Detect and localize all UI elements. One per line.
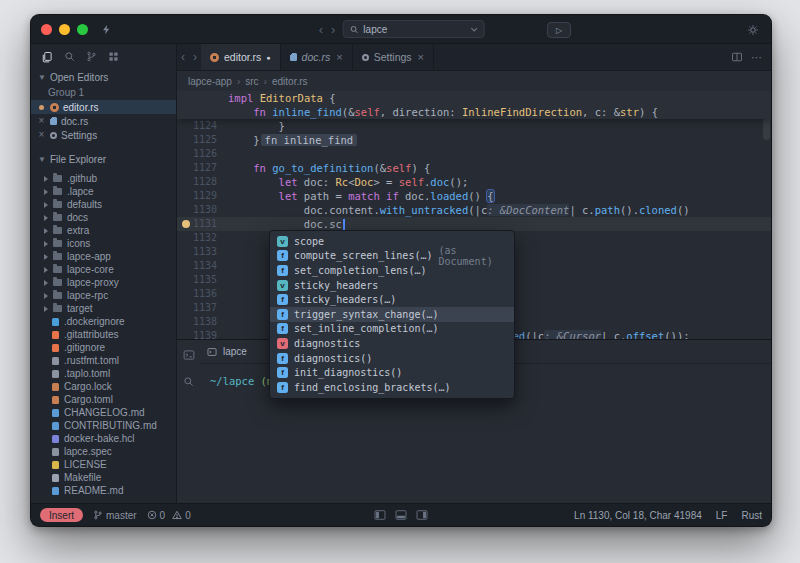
completion-kind-f-icon: f [277, 294, 288, 305]
tab-editor.rs[interactable]: editor.rs● [201, 44, 281, 70]
workspace-search-button[interactable]: lapce [342, 20, 484, 38]
search-panel-icon[interactable] [64, 51, 75, 62]
completion-item[interactable]: fsticky_headers(…) [270, 292, 514, 307]
terminal-panel-icon[interactable] [183, 349, 195, 361]
files-panel-icon[interactable] [41, 51, 53, 63]
explorer-folder-.github[interactable]: .github [31, 172, 176, 185]
explorer-folder-defaults[interactable]: defaults [31, 198, 176, 211]
breadcrumb-item-src[interactable]: src [245, 76, 258, 87]
explorer-folder-icons[interactable]: icons [31, 237, 176, 250]
language-mode[interactable]: Rust [741, 510, 762, 521]
explorer-file-.taplo.toml[interactable]: .taplo.toml [31, 367, 176, 380]
breadcrumb-item-editor.rs[interactable]: editor.rs [272, 76, 308, 87]
open-editors-header[interactable]: ▼ Open Editors [31, 69, 176, 86]
code-line-1130[interactable]: 1130 doc.content.with_untracked(|c: &Doc… [177, 203, 771, 217]
completion-item[interactable]: finit_diagnostics() [270, 365, 514, 380]
close-icon[interactable]: × [37, 130, 46, 140]
explorer-file-.gitattributes[interactable]: .gitattributes [31, 328, 176, 341]
file-name: docker-bake.hcl [64, 433, 135, 444]
completion-item[interactable]: vsticky_headers [270, 278, 514, 293]
branch-indicator[interactable]: master [93, 510, 137, 521]
close-window-button[interactable] [41, 24, 52, 35]
explorer-folder-target[interactable]: target [31, 302, 176, 315]
explorer-file-.dockerignore[interactable]: .dockerignore [31, 315, 176, 328]
settings-gear-icon[interactable] [744, 21, 762, 39]
toggle-bottom-panel-icon[interactable] [395, 510, 407, 520]
code-line-1127[interactable]: 1127 fn go_to_definition(&self) { [177, 161, 771, 175]
code-line-1128[interactable]: 1128 let doc: Rc<Doc> = self.doc(); [177, 175, 771, 189]
close-icon[interactable]: × [37, 116, 46, 126]
file-file-icon [50, 117, 57, 125]
toggle-left-panel-icon[interactable] [374, 510, 386, 520]
terminal-tab-label[interactable]: lapce [223, 346, 247, 357]
panel-search-icon[interactable] [183, 376, 194, 387]
explorer-file-lapce.spec[interactable]: lapce.spec [31, 445, 176, 458]
open-editor-item-doc.rs[interactable]: ×doc.rs [31, 114, 176, 128]
code-line-1124[interactable]: 1124 } [177, 119, 771, 133]
source-control-panel-icon[interactable] [86, 51, 97, 62]
explorer-folder-docs[interactable]: docs [31, 211, 176, 224]
open-editor-item-Settings[interactable]: ×Settings [31, 128, 176, 142]
file-name: docs [67, 212, 88, 223]
completion-label: trigger_syntax_change(…) [294, 309, 439, 320]
explorer-folder-.lapce[interactable]: .lapce [31, 185, 176, 198]
explorer-folder-lapce-rpc[interactable]: lapce-rpc [31, 289, 176, 302]
navigate-forward-button[interactable]: › [330, 23, 336, 36]
toggle-right-panel-icon[interactable] [416, 510, 428, 520]
split-editor-icon[interactable] [731, 51, 743, 63]
tab-forward-icon[interactable]: › [189, 44, 201, 70]
code-line-1131[interactable]: 1131 doc.sc [177, 217, 771, 231]
file-name: .lapce [67, 186, 94, 197]
explorer-file-.gitignore[interactable]: .gitignore [31, 341, 176, 354]
code-line-1125[interactable]: 1125 }fn inline_find [177, 133, 771, 147]
explorer-folder-lapce-core[interactable]: lapce-core [31, 263, 176, 276]
code-line-1126[interactable]: 1126 [177, 147, 771, 161]
file-explorer-header[interactable]: ▼ File Explorer [31, 151, 176, 168]
zoom-window-button[interactable] [77, 24, 88, 35]
explorer-file-CONTRIBUTING.md[interactable]: CONTRIBUTING.md [31, 419, 176, 432]
completion-item[interactable]: fdiagnostics() [270, 351, 514, 366]
sticky-code-line[interactable]: fn inline_find(&self, direction: InlineF… [177, 105, 771, 119]
completion-kind-f-icon: f [277, 323, 288, 334]
problems-indicator[interactable]: 0 0 [147, 510, 191, 521]
extensions-panel-icon[interactable] [108, 51, 119, 62]
explorer-file-Cargo.lock[interactable]: Cargo.lock [31, 380, 176, 393]
tab-back-icon[interactable]: ‹ [177, 44, 189, 70]
close-icon[interactable]: × [418, 51, 424, 63]
navigate-back-button[interactable]: ‹ [318, 23, 324, 36]
completion-item[interactable]: fset_inline_completion(…) [270, 322, 514, 337]
tab-Settings[interactable]: Settings× [353, 44, 434, 70]
explorer-folder-lapce-proxy[interactable]: lapce-proxy [31, 276, 176, 289]
file-name: .dockerignore [64, 316, 125, 327]
explorer-file-CHANGELOG.md[interactable]: CHANGELOG.md [31, 406, 176, 419]
run-button[interactable]: ▷ [547, 22, 571, 38]
completion-item[interactable]: vdiagnostics [270, 336, 514, 351]
code-action-lightbulb-icon[interactable] [182, 220, 190, 228]
completion-item[interactable]: ftrigger_syntax_change(…) [270, 307, 514, 322]
open-editor-item-editor.rs[interactable]: editor.rs [31, 100, 176, 114]
explorer-file-Makefile[interactable]: Makefile [31, 471, 176, 484]
minimize-window-button[interactable] [59, 24, 70, 35]
explorer-file-Cargo.toml[interactable]: Cargo.toml [31, 393, 176, 406]
more-actions-icon[interactable]: ⋯ [751, 51, 762, 64]
file-name: lapce.spec [64, 446, 112, 457]
explorer-folder-extra[interactable]: extra [31, 224, 176, 237]
completion-label: set_completion_lens(…) [294, 265, 426, 276]
line-ending[interactable]: LF [716, 510, 728, 521]
breadcrumb-item-lapce-app[interactable]: lapce-app [188, 76, 232, 87]
explorer-folder-lapce-app[interactable]: lapce-app [31, 250, 176, 263]
chevron-down-icon: ▼ [38, 155, 46, 164]
explorer-file-LICENSE[interactable]: LICENSE [31, 458, 176, 471]
cursor-position[interactable]: Ln 1130, Col 18, Char 41984 [574, 510, 702, 521]
completion-item[interactable]: ffind_enclosing_brackets(…) [270, 380, 514, 395]
explorer-file-README.md[interactable]: README.md [31, 484, 176, 497]
code-line-1129[interactable]: 1129 let path = match if doc.loaded() { [177, 189, 771, 203]
explorer-file-docker-bake.hcl[interactable]: docker-bake.hcl [31, 432, 176, 445]
sticky-code-line[interactable]: impl EditorData { [177, 91, 771, 105]
mode-indicator[interactable]: Insert [40, 508, 83, 522]
modified-dot-icon: ● [266, 54, 270, 61]
close-icon[interactable]: × [336, 51, 342, 63]
explorer-file-.rustfmt.toml[interactable]: .rustfmt.toml [31, 354, 176, 367]
completion-item[interactable]: fcompute_screen_lines(…)(as Document) [270, 249, 514, 264]
tab-doc.rs[interactable]: doc.rs× [281, 44, 353, 70]
